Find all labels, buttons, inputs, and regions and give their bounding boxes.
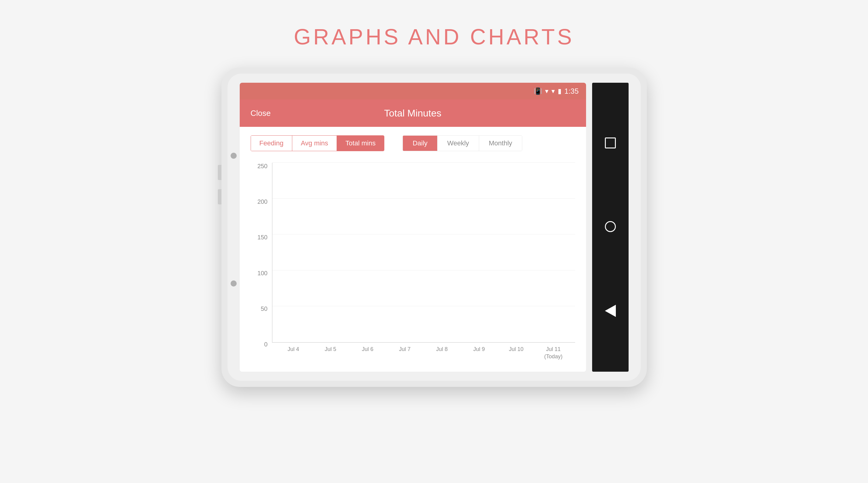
app-screen: 📳 ▾ ▾ ▮ 1:35 Close Total Minutes Feeding	[240, 83, 586, 372]
x-label-jul10: Jul 10	[498, 346, 535, 360]
nav-square-icon[interactable]	[605, 138, 616, 148]
x-label-jul5: Jul 5	[312, 346, 349, 360]
grid-line-50	[273, 306, 575, 306]
app-bar-title: Total Minutes	[384, 108, 441, 119]
x-labels: Jul 4 Jul 5 Jul 6 Jul 7 Jul 8 Jul 9 Jul …	[272, 343, 575, 360]
nav-circle-icon[interactable]	[605, 221, 616, 232]
y-label-150: 150	[257, 234, 267, 241]
y-label-250: 250	[257, 163, 267, 170]
bars-container	[272, 163, 575, 343]
status-time: 1:35	[564, 87, 579, 95]
tab-total-mins[interactable]: Total mins	[337, 136, 384, 151]
grid-line-150	[273, 234, 575, 234]
period-monthly[interactable]: Monthly	[479, 136, 522, 151]
y-label-50: 50	[261, 305, 267, 312]
grid-line-100	[273, 270, 575, 271]
camera-dot-bottom	[230, 280, 237, 286]
y-axis: 250 200 150 100 50 0	[251, 163, 272, 360]
x-label-jul7: Jul 7	[386, 346, 423, 360]
tab-row: Feeding Avg mins Total mins Daily Weekly…	[251, 135, 575, 151]
page-title: GRAPHS AND CHARTS	[294, 24, 574, 49]
side-button-2[interactable]	[218, 189, 221, 204]
x-label-jul11: Jul 11(Today)	[535, 346, 572, 360]
x-label-jul4: Jul 4	[275, 346, 312, 360]
tab-avg-mins[interactable]: Avg mins	[292, 136, 337, 151]
status-bar: 📳 ▾ ▾ ▮ 1:35	[240, 83, 586, 100]
period-daily[interactable]: Daily	[403, 136, 437, 151]
status-icons: 📳 ▾ ▾ ▮ 1:35	[534, 87, 579, 95]
x-label-jul6: Jul 6	[349, 346, 386, 360]
close-button[interactable]: Close	[251, 109, 271, 118]
android-nav-panel	[592, 83, 629, 372]
type-tab-group: Feeding Avg mins Total mins	[251, 135, 384, 151]
period-weekly[interactable]: Weekly	[437, 136, 479, 151]
x-label-jul9: Jul 9	[461, 346, 498, 360]
chart-body: Jul 4 Jul 5 Jul 6 Jul 7 Jul 8 Jul 9 Jul …	[272, 163, 575, 360]
y-label-100: 100	[257, 270, 267, 277]
x-label-jul8: Jul 8	[424, 346, 461, 360]
app-bar: Close Total Minutes	[240, 100, 586, 127]
tab-feeding[interactable]: Feeding	[251, 136, 292, 151]
chart-area: 250 200 150 100 50 0	[251, 160, 575, 363]
tablet-shell: 📳 ▾ ▾ ▮ 1:35 Close Total Minutes Feeding	[221, 67, 647, 387]
signal-icon: ▾	[551, 87, 555, 95]
device-wrapper: 📳 ▾ ▾ ▮ 1:35 Close Total Minutes Feeding	[191, 67, 677, 402]
wifi-icon: ▾	[545, 87, 548, 95]
camera-dot-top	[230, 153, 237, 159]
nav-back-icon[interactable]	[605, 305, 616, 317]
content-area: Feeding Avg mins Total mins Daily Weekly…	[240, 127, 586, 372]
y-label-0: 0	[264, 341, 267, 348]
period-tab-group: Daily Weekly Monthly	[403, 135, 522, 151]
y-label-200: 200	[257, 198, 267, 205]
side-button-1[interactable]	[218, 165, 221, 180]
battery-icon: ▮	[558, 87, 561, 95]
vibrate-icon: 📳	[534, 87, 542, 95]
grid-line-200	[273, 198, 575, 199]
